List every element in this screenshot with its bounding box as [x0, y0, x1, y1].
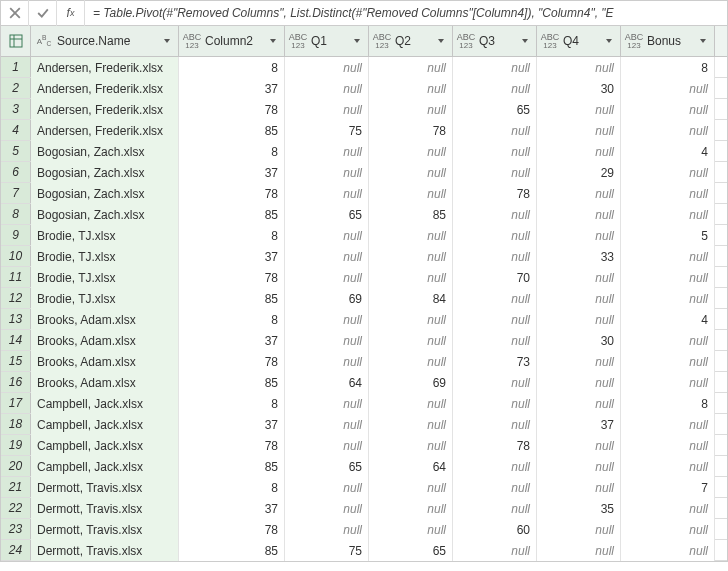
- data-cell[interactable]: Bogosian, Zach.xlsx: [31, 183, 179, 204]
- data-cell[interactable]: null: [537, 225, 621, 246]
- data-cell[interactable]: Bogosian, Zach.xlsx: [31, 162, 179, 183]
- data-cell[interactable]: null: [621, 183, 715, 204]
- data-cell[interactable]: null: [537, 435, 621, 456]
- data-cell[interactable]: 65: [285, 204, 369, 225]
- data-cell[interactable]: 78: [179, 435, 285, 456]
- data-cell[interactable]: null: [537, 183, 621, 204]
- data-cell[interactable]: Bogosian, Zach.xlsx: [31, 204, 179, 225]
- data-cell[interactable]: null: [621, 456, 715, 477]
- row-number[interactable]: 6: [1, 162, 31, 182]
- data-cell[interactable]: null: [453, 540, 537, 561]
- data-cell[interactable]: 8: [179, 57, 285, 78]
- row-number[interactable]: 9: [1, 225, 31, 245]
- data-cell[interactable]: null: [285, 99, 369, 120]
- data-cell[interactable]: null: [285, 309, 369, 330]
- data-cell[interactable]: null: [285, 414, 369, 435]
- data-cell[interactable]: null: [537, 540, 621, 561]
- formula-accept-button[interactable]: [29, 0, 57, 26]
- data-cell[interactable]: null: [537, 477, 621, 498]
- row-number[interactable]: 21: [1, 477, 31, 497]
- column-header-q3[interactable]: ABC123 Q3: [453, 26, 537, 56]
- data-cell[interactable]: 8: [621, 393, 715, 414]
- data-cell[interactable]: null: [453, 120, 537, 141]
- data-cell[interactable]: null: [285, 477, 369, 498]
- row-number[interactable]: 22: [1, 498, 31, 518]
- filter-dropdown-button[interactable]: [602, 37, 616, 45]
- data-cell[interactable]: null: [369, 141, 453, 162]
- data-cell[interactable]: null: [285, 519, 369, 540]
- data-cell[interactable]: null: [369, 57, 453, 78]
- data-cell[interactable]: 73: [453, 351, 537, 372]
- data-cell[interactable]: null: [285, 435, 369, 456]
- column-header-column2[interactable]: ABC123 Column2: [179, 26, 285, 56]
- data-cell[interactable]: null: [621, 162, 715, 183]
- data-cell[interactable]: 69: [369, 372, 453, 393]
- data-cell[interactable]: null: [621, 78, 715, 99]
- data-cell[interactable]: Brooks, Adam.xlsx: [31, 309, 179, 330]
- row-number[interactable]: 17: [1, 393, 31, 413]
- data-cell[interactable]: 4: [621, 309, 715, 330]
- data-cell[interactable]: 84: [369, 288, 453, 309]
- row-number[interactable]: 12: [1, 288, 31, 308]
- data-cell[interactable]: null: [453, 477, 537, 498]
- row-number[interactable]: 19: [1, 435, 31, 455]
- data-cell[interactable]: 75: [285, 540, 369, 561]
- row-number[interactable]: 14: [1, 330, 31, 350]
- filter-dropdown-button[interactable]: [160, 37, 174, 45]
- data-cell[interactable]: 60: [453, 519, 537, 540]
- data-cell[interactable]: null: [537, 120, 621, 141]
- data-cell[interactable]: Brodie, TJ.xlsx: [31, 246, 179, 267]
- row-number[interactable]: 3: [1, 99, 31, 119]
- data-cell[interactable]: null: [621, 498, 715, 519]
- formula-input[interactable]: = Table.Pivot(#"Removed Columns", List.D…: [85, 6, 727, 20]
- row-number[interactable]: 11: [1, 267, 31, 287]
- data-cell[interactable]: null: [621, 519, 715, 540]
- data-cell[interactable]: null: [621, 246, 715, 267]
- filter-dropdown-button[interactable]: [518, 37, 532, 45]
- row-number[interactable]: 23: [1, 519, 31, 539]
- data-cell[interactable]: 64: [369, 456, 453, 477]
- data-cell[interactable]: null: [537, 372, 621, 393]
- data-cell[interactable]: null: [285, 393, 369, 414]
- data-cell[interactable]: null: [285, 141, 369, 162]
- data-cell[interactable]: 8: [621, 57, 715, 78]
- data-cell[interactable]: null: [537, 288, 621, 309]
- data-cell[interactable]: 78: [179, 267, 285, 288]
- data-cell[interactable]: null: [537, 309, 621, 330]
- data-cell[interactable]: 78: [179, 99, 285, 120]
- data-cell[interactable]: null: [453, 288, 537, 309]
- data-cell[interactable]: Brodie, TJ.xlsx: [31, 225, 179, 246]
- data-cell[interactable]: 33: [537, 246, 621, 267]
- data-cell[interactable]: 30: [537, 330, 621, 351]
- data-cell[interactable]: 85: [179, 540, 285, 561]
- data-cell[interactable]: null: [537, 351, 621, 372]
- data-cell[interactable]: 7: [621, 477, 715, 498]
- data-cell[interactable]: null: [621, 435, 715, 456]
- data-cell[interactable]: null: [621, 351, 715, 372]
- row-number[interactable]: 2: [1, 78, 31, 98]
- data-cell[interactable]: null: [453, 330, 537, 351]
- data-cell[interactable]: null: [453, 456, 537, 477]
- data-cell[interactable]: null: [537, 57, 621, 78]
- data-cell[interactable]: Campbell, Jack.xlsx: [31, 393, 179, 414]
- data-cell[interactable]: Campbell, Jack.xlsx: [31, 435, 179, 456]
- data-cell[interactable]: 75: [285, 120, 369, 141]
- data-cell[interactable]: null: [537, 99, 621, 120]
- row-number[interactable]: 24: [1, 540, 31, 560]
- data-cell[interactable]: null: [285, 183, 369, 204]
- data-cell[interactable]: Brooks, Adam.xlsx: [31, 372, 179, 393]
- data-cell[interactable]: null: [453, 246, 537, 267]
- data-cell[interactable]: 78: [453, 435, 537, 456]
- data-cell[interactable]: 29: [537, 162, 621, 183]
- data-cell[interactable]: 85: [179, 456, 285, 477]
- data-cell[interactable]: null: [453, 204, 537, 225]
- data-cell[interactable]: null: [621, 267, 715, 288]
- data-cell[interactable]: 8: [179, 309, 285, 330]
- data-cell[interactable]: null: [453, 393, 537, 414]
- data-cell[interactable]: 64: [285, 372, 369, 393]
- data-cell[interactable]: null: [453, 162, 537, 183]
- data-cell[interactable]: null: [537, 519, 621, 540]
- data-cell[interactable]: null: [621, 204, 715, 225]
- data-cell[interactable]: Brooks, Adam.xlsx: [31, 351, 179, 372]
- data-cell[interactable]: 8: [179, 393, 285, 414]
